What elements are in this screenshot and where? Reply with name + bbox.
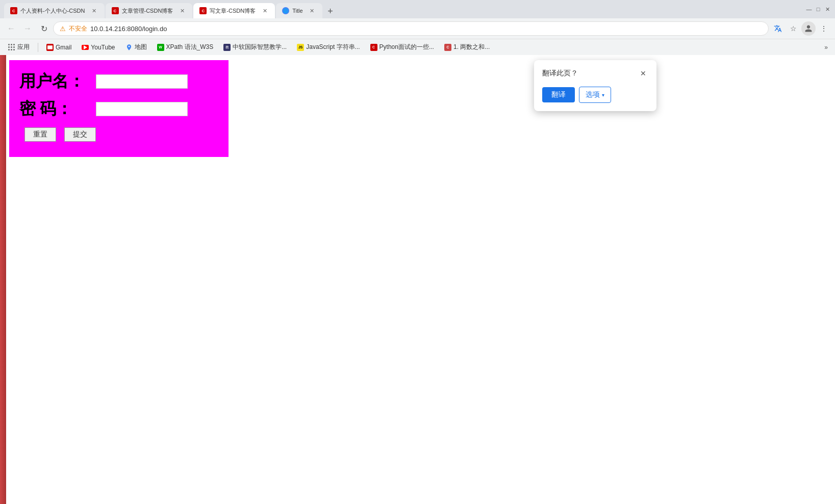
bm-js-label: JavaScript 字符串... [306,43,360,51]
insecure-icon: ⚠ [60,25,66,33]
python-icon: C [370,44,377,51]
forward-button[interactable]: → [20,21,35,36]
tab-close-2[interactable]: ✕ [178,7,186,15]
translate-button[interactable]: 翻译 [542,87,575,102]
insecure-label: 不安全 [69,24,87,33]
apps-icon [8,44,15,51]
bookmark-apps[interactable]: 应用 [4,42,34,52]
csdn-favicon-1: C [10,7,17,14]
bookmark-maps[interactable]: 地图 [121,42,151,52]
csdn-favicon-3: C [199,7,207,14]
minimize-button[interactable]: — [805,6,813,13]
bookmark-youtube[interactable]: YouTube [78,43,119,52]
tab-label-2: 文章管理-CSDN博客 [122,7,173,15]
bookmark-zhonguan[interactable]: 教 中软国际智慧教学... [219,42,291,52]
twosum-icon: C [444,44,451,51]
translate-close-button[interactable]: ✕ [638,68,648,78]
tab-close-1[interactable]: ✕ [90,7,98,15]
translate-icon[interactable] [771,21,785,36]
translate-options-button[interactable]: 选项 ▾ [579,87,611,103]
bm-maps-label: 地图 [135,43,147,51]
profile-button[interactable] [801,21,816,36]
browser-chrome: C 个人资料-个人中心-CSDN ✕ C 文章管理-CSDN博客 ✕ C 写文章… [0,0,835,55]
tabs-area: C 个人资料-个人中心-CSDN ✕ C 文章管理-CSDN博客 ✕ C 写文章… [4,0,801,18]
url-bar[interactable]: ⚠ 不安全 10.0.14.216:8080/login.do [53,21,769,36]
menu-icon[interactable]: ⋮ [817,21,831,36]
tab-label-3: 写文章-CSDN博客 [210,7,256,15]
bookmark-js[interactable]: JS JavaScript 字符串... [293,42,364,52]
translate-actions: 翻译 选项 ▾ [542,87,648,103]
csdn-favicon-2: C [112,7,119,14]
page-content: 用户名： 密 码： 重置 提交 翻译此页？ ✕ 翻译 选项 ▾ [0,55,835,504]
bm-twosum-label: 1. 两数之和... [453,43,490,51]
address-bar: ← → ↻ ⚠ 不安全 10.0.14.216:8080/login.do ☆ … [0,18,835,39]
tab-close-4[interactable]: ✕ [308,7,316,15]
title-bar: C 个人资料-个人中心-CSDN ✕ C 文章管理-CSDN博客 ✕ C 写文章… [0,0,835,18]
bm-python-label: Python面试的一些... [379,43,434,51]
tab-close-3[interactable]: ✕ [261,7,269,15]
options-label: 选项 [586,90,600,99]
url-bar-actions: ☆ ⋮ [771,21,831,36]
bookmark-gmail[interactable]: Gmail [42,43,75,52]
gmail-icon [46,44,54,51]
password-input[interactable] [96,102,188,116]
username-input[interactable] [96,74,188,89]
translate-header: 翻译此页？ ✕ [542,68,648,78]
tab-title[interactable]: 🌐 Title ✕ [276,3,322,18]
js-icon: JS [297,44,304,51]
translate-popup: 翻译此页？ ✕ 翻译 选项 ▾ [534,60,656,111]
maps-icon [125,44,133,51]
tab-articles[interactable]: C 文章管理-CSDN博客 ✕ [106,3,193,18]
tab-label-4: Title [292,8,302,14]
bm-xpath-label: XPath 语法_W3S [166,43,214,51]
bm-apps-label: 应用 [17,43,30,51]
new-tab-button[interactable]: + [323,4,338,18]
bookmark-xpath[interactable]: W XPath 语法_W3S [153,42,218,52]
translate-title: 翻译此页？ [542,69,578,78]
username-row: 用户名： [19,70,218,93]
window-controls: — □ ✕ [805,6,831,13]
password-row: 密 码： [19,98,218,120]
bm-separator-1 [38,43,38,52]
bm-gmail-label: Gmail [56,44,71,51]
bm-zhonguan-label: 中软国际智慧教学... [233,43,287,51]
chevron-down-icon: ▾ [602,92,604,98]
bm-youtube-label: YouTube [91,44,115,51]
login-form: 用户名： 密 码： 重置 提交 [9,60,229,157]
bookmark-python[interactable]: C Python面试的一些... [366,42,438,52]
w3s-icon: W [157,44,164,51]
tab-label-1: 个人资料-个人中心-CSDN [20,7,85,15]
form-buttons: 重置 提交 [19,127,218,142]
url-text: 10.0.14.216:8080/login.do [90,25,167,33]
bookmark-star-icon[interactable]: ☆ [786,21,800,36]
bookmark-twosum[interactable]: C 1. 两数之和... [440,42,494,52]
bookmarks-bar: 应用 Gmail YouTube 地图 W XPath 语法_W [0,39,835,55]
submit-button[interactable]: 提交 [64,127,96,142]
youtube-icon [82,45,89,50]
page-left-edge [0,55,6,504]
zhonguan-icon: 教 [223,44,231,51]
password-label: 密 码： [19,98,91,120]
maximize-button[interactable]: □ [815,6,822,13]
reload-button[interactable]: ↻ [37,21,51,36]
tab-profile[interactable]: C 个人资料-个人中心-CSDN ✕ [4,3,105,18]
close-button[interactable]: ✕ [824,6,831,13]
tab-write[interactable]: C 写文章-CSDN博客 ✕ [193,3,275,18]
back-button[interactable]: ← [4,21,18,36]
globe-favicon-4: 🌐 [282,7,289,14]
bookmarks-more-button[interactable]: » [821,43,831,52]
username-label: 用户名： [19,70,91,93]
reset-button[interactable]: 重置 [24,127,56,142]
